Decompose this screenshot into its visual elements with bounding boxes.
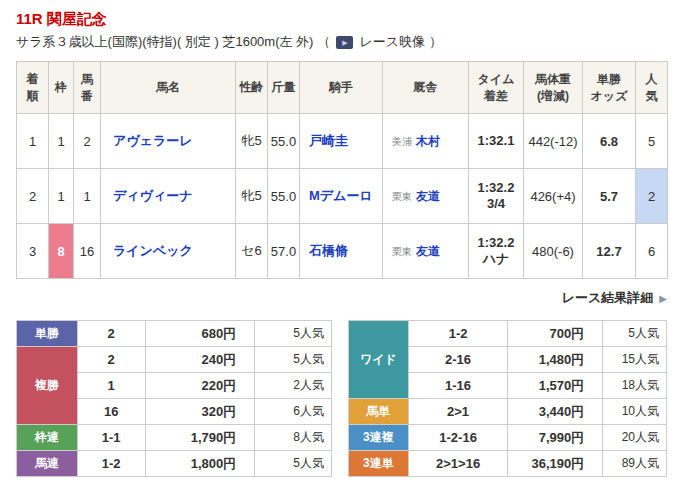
race-video-link[interactable]: レース映像 — [359, 32, 425, 52]
trainer-link[interactable]: 友道 — [416, 189, 440, 203]
payout-combo: 2>1 — [408, 399, 508, 425]
payout-row: 馬連 1-2 1,800円 5人気 — [17, 451, 332, 477]
body-weight-cell: 480(-6) — [524, 224, 583, 279]
horse-number-cell: 2 — [74, 114, 101, 169]
payout-combo: 1-2-16 — [408, 425, 508, 451]
jockey-link[interactable]: 戸崎圭 — [309, 133, 348, 148]
jockey-link[interactable]: 石橋脩 — [309, 243, 348, 258]
payout-popularity: 5人気 — [603, 321, 667, 347]
payout-amount: 680円 — [145, 321, 255, 347]
odds-cell: 6.8 — [583, 114, 636, 169]
payout-amount: 36,190円 — [508, 451, 603, 477]
payout-amount: 320円 — [145, 399, 255, 425]
bet-type-wakuren: 枠連 — [17, 425, 78, 451]
horse-name-link[interactable]: ディヴィーナ — [113, 188, 193, 203]
bet-type-wide: ワイド — [349, 321, 409, 399]
waku-cell: 8 — [49, 224, 74, 279]
jockey-cell: Mデムーロ — [300, 169, 383, 224]
paren-open: （ — [317, 32, 330, 52]
jockey-cell: 石橋脩 — [300, 224, 383, 279]
payout-row: 馬単 2>1 3,440円 10人気 — [349, 399, 667, 425]
payout-popularity: 8人気 — [255, 425, 332, 451]
rank-cell: 1 — [17, 114, 49, 169]
payout-popularity: 15人気 — [603, 347, 667, 373]
bet-type-umatan: 馬単 — [349, 399, 409, 425]
horse-name-link[interactable]: アヴェラーレ — [113, 133, 193, 148]
stable-cell: 栗東友道 — [383, 224, 469, 279]
video-icon[interactable]: ▶ — [336, 36, 353, 49]
column-header-horse-name: 馬名 — [101, 62, 236, 114]
column-header-weight: 斤量 — [268, 62, 300, 114]
payout-combo: 1-2 — [408, 321, 508, 347]
trainer-link[interactable]: 友道 — [416, 244, 440, 258]
popularity-cell: 2 — [636, 169, 668, 224]
rank-cell: 3 — [17, 224, 49, 279]
payout-popularity: 5人気 — [255, 321, 332, 347]
body-weight-cell: 426(+4) — [524, 169, 583, 224]
payout-combo: 2>1>16 — [408, 451, 508, 477]
stable-region: 栗東 — [392, 246, 412, 257]
payout-amount: 3,440円 — [508, 399, 603, 425]
stable-region: 栗東 — [392, 191, 412, 202]
popularity-cell: 6 — [636, 224, 668, 279]
bet-type-sanrentan: 3連単 — [349, 451, 409, 477]
payout-amount: 1,570円 — [508, 373, 603, 399]
stable-region: 美浦 — [392, 136, 412, 147]
body-weight-cell: 442(-12) — [524, 114, 583, 169]
horse-name-cell: アヴェラーレ — [101, 114, 236, 169]
payout-amount: 1,800円 — [145, 451, 255, 477]
column-header-body-weight: 馬体重 (増減) — [524, 62, 583, 114]
column-header-time-margin: タイム 着差 — [469, 62, 524, 114]
column-header-waku: 枠 — [49, 62, 74, 114]
jockey-link[interactable]: Mデムーロ — [309, 188, 373, 203]
detail-link-row: レース結果詳細 ▶ — [16, 288, 667, 308]
payout-row: 3連複 1-2-16 7,990円 20人気 — [349, 425, 667, 451]
paren-close: ） — [429, 32, 442, 52]
payout-amount: 700円 — [508, 321, 603, 347]
odds-cell: 12.7 — [583, 224, 636, 279]
payout-popularity: 10人気 — [603, 399, 667, 425]
payout-row: ワイド 1-2 700円 5人気 — [349, 321, 667, 347]
horse-name-link[interactable]: ラインベック — [113, 243, 193, 258]
payout-popularity: 18人気 — [603, 373, 667, 399]
payout-popularity: 5人気 — [255, 451, 332, 477]
bet-type-umaren: 馬連 — [17, 451, 78, 477]
column-header-jockey: 騎手 — [300, 62, 383, 114]
rank-cell: 2 — [17, 169, 49, 224]
race-conditions: サラ系３歳以上(国際)(特指)( 別定 ) 芝1600m(左 外) — [16, 32, 313, 52]
payout-popularity: 5人気 — [255, 347, 332, 373]
payout-amount: 220円 — [145, 373, 255, 399]
payout-combo: 1-2 — [77, 451, 145, 477]
waku-cell: 1 — [49, 169, 74, 224]
trainer-link[interactable]: 木村 — [416, 134, 440, 148]
payout-row: 複勝 2 240円 5人気 — [17, 347, 332, 373]
column-header-sex-age: 性齢 — [236, 62, 268, 114]
payout-combo: 2 — [77, 347, 145, 373]
weight-cell: 55.0 — [268, 169, 300, 224]
stable-cell: 栗東友道 — [383, 169, 469, 224]
jockey-cell: 戸崎圭 — [300, 114, 383, 169]
race-result-detail-link[interactable]: レース結果詳細 ▶ — [562, 289, 667, 307]
horse-number-cell: 1 — [74, 169, 101, 224]
payout-combo: 2-16 — [408, 347, 508, 373]
payout-table-left: 単勝 2 680円 5人気 複勝 2 240円 5人気 1 220円 2人気 1… — [16, 320, 332, 477]
column-header-stable: 厩舎 — [383, 62, 469, 114]
weight-cell: 55.0 — [268, 114, 300, 169]
race-conditions-row: サラ系３歳以上(国際)(特指)( 別定 ) 芝1600m(左 外) （ ▶ レー… — [16, 32, 667, 52]
play-icon: ▶ — [342, 39, 347, 46]
table-row: 1 1 2 アヴェラーレ 牝5 55.0 戸崎圭 美浦木村 1:32.1 442… — [17, 114, 668, 169]
popularity-cell: 5 — [636, 114, 668, 169]
column-header-horse-number: 馬 番 — [74, 62, 101, 114]
payout-popularity: 2人気 — [255, 373, 332, 399]
weight-cell: 57.0 — [268, 224, 300, 279]
payout-amount: 240円 — [145, 347, 255, 373]
payout-table-right: ワイド 1-2 700円 5人気 2-16 1,480円 15人気 1-16 1… — [348, 320, 667, 477]
payout-combo: 1-16 — [408, 373, 508, 399]
payout-combo: 16 — [77, 399, 145, 425]
results-header-row: 着 順 枠 馬 番 馬名 性齢 斤量 騎手 厩舎 タイム 着差 馬体重 (増減)… — [17, 62, 668, 114]
payout-popularity: 6人気 — [255, 399, 332, 425]
time-cell: 1:32.1 — [469, 114, 524, 169]
column-header-rank: 着 順 — [17, 62, 49, 114]
payout-row: 単勝 2 680円 5人気 — [17, 321, 332, 347]
payout-combo: 1-1 — [77, 425, 145, 451]
